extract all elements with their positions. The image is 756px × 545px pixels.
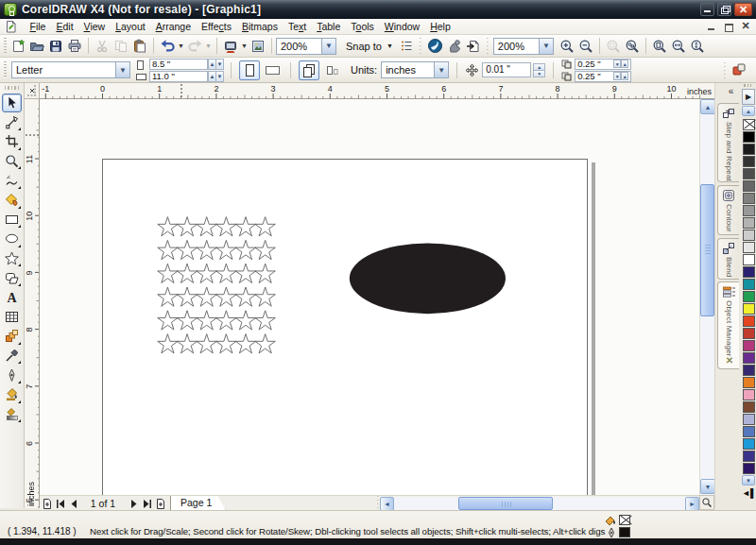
color-swatch-5577bb[interactable]	[743, 426, 755, 437]
page-tab[interactable]: Page 1	[170, 496, 226, 511]
zoom-out-button[interactable]	[576, 37, 594, 55]
add-page-start-button[interactable]	[41, 497, 54, 510]
scroll-up-button[interactable]: ▲	[700, 99, 715, 114]
zoom-to-page-height-button[interactable]	[688, 37, 706, 55]
navigator-button[interactable]	[699, 495, 714, 510]
new-document-button[interactable]	[9, 37, 27, 55]
rectangle-tool[interactable]	[2, 211, 22, 230]
previous-page-button[interactable]	[67, 497, 80, 510]
color-swatch-692d8f[interactable]	[743, 352, 755, 364]
color-swatch-666666[interactable]	[743, 180, 755, 192]
palette-scroll-down[interactable]: ▼	[742, 475, 755, 485]
palette-expand-button[interactable]: ◄▌	[742, 487, 755, 500]
horizontal-scrollbar[interactable]: ◄ ►	[380, 497, 699, 511]
color-swatch-2b2171[interactable]	[743, 266, 755, 278]
doc-close-button[interactable]: ✕	[739, 21, 752, 32]
scroll-down-button[interactable]: ▼	[700, 479, 715, 494]
doc-minimize-button[interactable]	[705, 21, 718, 32]
docker-tab-blend[interactable]: Blend	[717, 238, 739, 280]
interactive-blend-tool[interactable]	[2, 327, 22, 346]
menu-arrange[interactable]: Arrange	[150, 20, 196, 33]
close-button[interactable]: ✕	[734, 3, 752, 16]
color-swatch-cccccc[interactable]	[743, 230, 755, 241]
paste-button[interactable]	[131, 37, 149, 55]
palette-handle[interactable]	[744, 84, 753, 87]
next-page-button[interactable]	[128, 497, 141, 510]
export-button[interactable]	[249, 37, 267, 55]
menu-table[interactable]: Table	[312, 20, 346, 33]
color-swatch-e2451f[interactable]	[743, 315, 755, 327]
undo-dropdown[interactable]: ▼	[177, 37, 185, 55]
open-document-button[interactable]	[28, 37, 46, 55]
menu-edit[interactable]: Edit	[51, 20, 78, 33]
color-swatch-4d4d4d[interactable]	[743, 168, 755, 179]
units-dropdown-icon[interactable]: ▼	[434, 62, 448, 77]
palette-flyout-button[interactable]: ▶	[742, 89, 755, 105]
palette-scroll-up[interactable]: ▲	[742, 106, 755, 116]
docker-close-button[interactable]: ✕	[723, 354, 736, 366]
color-swatch-efa3bc[interactable]	[743, 389, 755, 400]
smart-fill-tool[interactable]	[2, 191, 22, 210]
pick-tool[interactable]	[2, 94, 22, 112]
import-dropdown[interactable]: ▼	[240, 37, 249, 55]
minimize-button[interactable]	[700, 3, 714, 16]
fill-color-swatch[interactable]	[619, 515, 630, 525]
color-swatch-000000[interactable]	[743, 131, 755, 143]
paper-width-field[interactable]: 8.5 "	[149, 59, 208, 70]
menu-file[interactable]: File	[25, 20, 51, 33]
shape-tool[interactable]	[2, 113, 22, 132]
landscape-button[interactable]	[262, 60, 283, 80]
zoom-to-all-objects-button[interactable]	[623, 37, 641, 55]
text-tool[interactable]: A	[2, 288, 22, 307]
horizontal-scroll-thumb[interactable]	[458, 497, 553, 510]
vertical-ruler[interactable]: 111098765 inches	[25, 99, 40, 508]
snap-to-dropdown[interactable]: Snap to▼	[342, 41, 397, 52]
fill-tool[interactable]	[2, 385, 22, 404]
zoom-level-combo[interactable]: 200%▼	[276, 38, 336, 55]
color-swatch-e47e20[interactable]	[743, 377, 755, 388]
menu-help[interactable]: Help	[425, 20, 456, 33]
undo-button[interactable]	[159, 37, 177, 55]
scroll-right-button[interactable]: ►	[685, 497, 699, 511]
options-button[interactable]	[397, 37, 415, 55]
drawing-objects[interactable]	[40, 99, 699, 495]
last-page-button[interactable]	[141, 497, 154, 510]
horizontal-ruler[interactable]: -1012345678910 inches «	[40, 83, 714, 99]
color-swatch-1d9ad8[interactable]	[743, 438, 755, 450]
doc-restore-button[interactable]	[722, 21, 735, 32]
nudge-down[interactable]: ▼	[533, 70, 545, 77]
color-swatch-999999[interactable]	[743, 205, 755, 216]
zoom-levels-combo-dropdown-icon[interactable]: ▼	[539, 39, 553, 54]
ellipse-tool[interactable]	[2, 230, 22, 248]
treat-as-filled-button[interactable]	[730, 61, 748, 79]
ruler-origin[interactable]	[25, 83, 40, 99]
all-pages-button[interactable]	[299, 60, 319, 80]
outline-color-swatch[interactable]	[619, 527, 630, 537]
color-swatch-7a4a32[interactable]	[743, 401, 755, 413]
interactive-fill-tool[interactable]	[2, 405, 22, 424]
application-launcher-button[interactable]	[426, 37, 444, 55]
eyedropper-tool[interactable]	[2, 347, 22, 366]
print-button[interactable]	[66, 37, 84, 55]
basic-shapes-tool[interactable]	[2, 268, 22, 287]
drawing-canvas[interactable]	[40, 99, 699, 495]
menu-effects[interactable]: Effects	[197, 20, 237, 33]
vertical-scrollbar[interactable]: ▲ ▼	[699, 99, 714, 495]
duplicate-y-up[interactable]: ▲	[621, 72, 628, 80]
first-page-button[interactable]	[54, 497, 67, 510]
restore-button[interactable]	[717, 3, 731, 16]
paper-type-combo[interactable]: Letter ▼	[11, 61, 130, 78]
paper-height-down[interactable]: ▼	[215, 71, 224, 82]
zoom-level-combo-dropdown-icon[interactable]: ▼	[321, 39, 335, 54]
duplicate-x-down[interactable]: ▼	[613, 60, 621, 68]
color-swatch-b23a7c[interactable]	[743, 340, 755, 351]
save-document-button[interactable]	[47, 37, 65, 55]
color-swatch-b3b3b3[interactable]	[743, 217, 755, 229]
zoom-in-button[interactable]	[558, 37, 576, 55]
menu-text[interactable]: Text	[283, 20, 311, 33]
color-swatch-afb3d7[interactable]	[743, 414, 755, 425]
color-swatch-none[interactable]	[743, 119, 755, 130]
star-grid-object[interactable]	[158, 217, 276, 353]
zoom-levels-combo[interactable]: 200%▼	[493, 38, 554, 55]
menu-view[interactable]: View	[78, 20, 111, 33]
